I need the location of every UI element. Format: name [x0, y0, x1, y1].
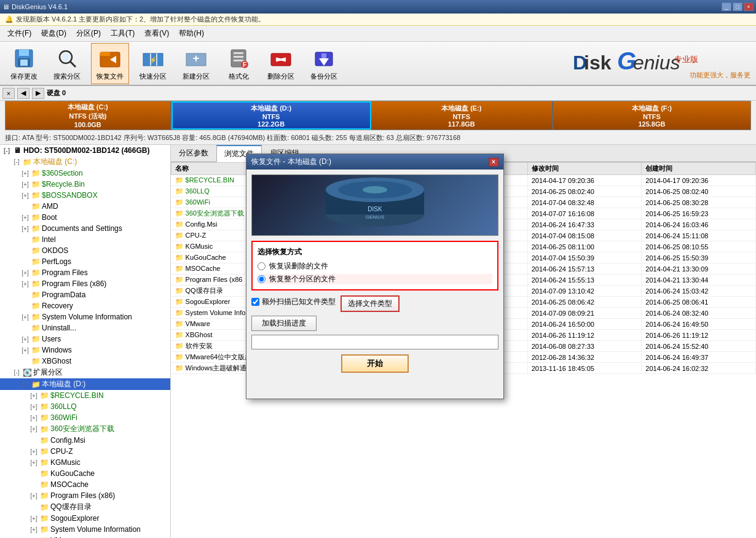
tree-sysvolinfo-label: System Volume Information	[42, 313, 132, 321]
path-input[interactable]	[251, 335, 498, 349]
file-modified-cell: 2014-07-04 08:15:08	[527, 230, 642, 241]
folder-kgmusic-icon: 📁	[39, 458, 49, 467]
tree-item-ext[interactable]: [-] 💽 扩展分区	[0, 367, 170, 378]
tree-item-sogou[interactable]: [+] 📁 SogouExplorer	[0, 513, 170, 524]
tree-item-qqcache[interactable]: 📁 QQ缓存目录	[0, 501, 170, 513]
recover-label: 恢复文件	[96, 72, 124, 81]
close-button[interactable]: ×	[744, 2, 754, 11]
tree-item-okdos[interactable]: 📁 OKDOS	[0, 245, 170, 256]
folder-intel-icon: 📁	[31, 235, 41, 244]
tree-item-msocache[interactable]: 📁 MSOCache	[0, 479, 170, 490]
tree-item-users[interactable]: [+] 📁 Users	[0, 333, 170, 345]
tab-partition-params[interactable]: 分区参数	[171, 145, 216, 162]
recovery-radio-group: 恢复误删除的文件 恢复整个分区的文件	[258, 261, 492, 284]
folder-sysvolinfo-d-icon: 📁	[39, 524, 49, 534]
menu-file[interactable]: 文件(F)	[2, 27, 36, 40]
tree-item-programfilesx86-d[interactable]: [+] 📁 Program Files (x86)	[0, 490, 170, 501]
option1-label: 恢复误删除的文件	[269, 261, 328, 271]
tree-item-360llq[interactable]: [+] 📁 360LLQ	[0, 401, 170, 412]
toolbar-new-partition[interactable]: + 新建分区	[177, 43, 215, 84]
partition-f[interactable]: 本地磁盘 (F:) NTFS 125.8GB	[553, 101, 750, 130]
folder-recycle-d-icon: 📁	[39, 391, 49, 400]
tree-item-programfilesx86[interactable]: [+] 📁 Program Files (x86)	[0, 278, 170, 289]
tree-item-360section[interactable]: [+] 📁 $360Section	[0, 168, 170, 179]
save-icon	[12, 46, 36, 71]
maximize-button[interactable]: □	[733, 2, 742, 11]
tree-item-windows[interactable]: [+] 📁 Windows	[0, 345, 170, 356]
menu-partition[interactable]: 分区(P)	[71, 27, 106, 40]
folder-programdata-icon: 📁	[31, 290, 41, 300]
file-modified-cell: 2014-06-24 15:55:13	[527, 275, 642, 286]
toolbar-save[interactable]: 保存更改	[5, 43, 43, 84]
close-nav-button[interactable]: ×	[2, 88, 15, 99]
option2-radio-item[interactable]: 恢复整个分区的文件	[258, 274, 492, 284]
disk-info-text: 接口: ATA 型号: ST500DM002-1BD142 序列号: W3T66…	[5, 134, 460, 141]
tree-item-docs[interactable]: [+] 📁 Documents and Settings	[0, 223, 170, 234]
file-created-cell: 2014-06-25 16:59:23	[642, 208, 756, 219]
tree-item-xbghost-c[interactable]: 📁 XBGhost	[0, 356, 170, 367]
svg-rect-3	[20, 60, 28, 66]
file-type-button[interactable]: 选择文件类型	[341, 295, 400, 312]
tree-item-cpuz[interactable]: [+] 📁 CPU-Z	[0, 446, 170, 457]
menu-disk[interactable]: 硬盘(D)	[36, 27, 71, 40]
tree-item-recycle-c[interactable]: [+] 📁 $Recycle.Bin	[0, 179, 170, 190]
folder-okdos-icon: 📁	[31, 246, 41, 255]
file-created-cell: 2014-06-26 11:19:12	[642, 330, 756, 341]
file-created-cell: 2014-04-17 09:20:36	[642, 175, 756, 186]
extra-scan-checkbox-row: 额外扫描已知文件类型	[251, 297, 336, 307]
extra-scan-checkbox[interactable]	[251, 298, 259, 306]
menu-help[interactable]: 帮助(H)	[174, 27, 209, 40]
tree-item-kugoucache[interactable]: 📁 KuGouCache	[0, 468, 170, 479]
tree-item-hdo[interactable]: [-] 🖥 HDO: ST500DM002-1BD142 (466GB)	[0, 145, 170, 156]
tree-item-configmsi[interactable]: 📁 Config.Msi	[0, 435, 170, 446]
toolbar-recover[interactable]: 恢复文件	[91, 43, 129, 84]
tree-item-uninstall[interactable]: 📁 Uninstall...	[0, 322, 170, 333]
folder-360section-icon: 📁	[31, 168, 41, 178]
menu-tools[interactable]: 工具(T)	[106, 27, 140, 40]
option1-radio[interactable]	[258, 262, 266, 270]
delete-partition-icon	[269, 46, 293, 71]
partition-e[interactable]: 本地磁盘 (E:) NTFS 117.8GB	[371, 101, 553, 130]
update-bar: 🔔 发现新版本 V4.6.2.1 主要更新内容如下：2、增加了针对整个磁盘的文件…	[0, 14, 756, 26]
minimize-button[interactable]: _	[722, 2, 731, 11]
tree-item-360browser[interactable]: [+] 📁 360安全浏览器下载	[0, 423, 170, 435]
menu-view[interactable]: 查看(V)	[140, 27, 174, 40]
tree-item-amd[interactable]: 📁 AMD	[0, 201, 170, 212]
tree-item-recovery[interactable]: 📁 Recovery	[0, 300, 170, 311]
tree-item-programdata[interactable]: 📁 ProgramData	[0, 289, 170, 300]
tree-item-programfiles[interactable]: [+] 📁 Program Files	[0, 267, 170, 278]
tree-item-c[interactable]: [-] 📁 本地磁盘 (C:)	[0, 156, 170, 168]
tree-item-vmware[interactable]: [+] 📁 VMware	[0, 535, 170, 538]
toolbar-backup[interactable]: 备份分区	[305, 43, 343, 84]
tree-item-intel[interactable]: 📁 Intel	[0, 234, 170, 245]
toolbar-delete[interactable]: 删除分区	[262, 43, 300, 84]
option2-radio[interactable]	[258, 275, 266, 283]
tree-item-d[interactable]: [-] 📁 本地磁盘 (D:)	[0, 378, 170, 390]
toolbar-search[interactable]: 搜索分区	[48, 43, 86, 84]
option1-radio-item[interactable]: 恢复误删除的文件	[258, 261, 492, 271]
load-scan-button[interactable]: 加载扫描进度	[251, 316, 317, 331]
tree-item-3bossandbox[interactable]: [+] 📁 $BOSSANDBOX	[0, 190, 170, 201]
toolbar-quick-partition[interactable]: ⚡ 快速分区	[134, 43, 172, 84]
modal-close-button[interactable]: ×	[489, 158, 498, 166]
tree-item-boot[interactable]: [+] 📁 Boot	[0, 212, 170, 223]
tree-item-sysvolinfo[interactable]: [+] 📁 System Volume Information	[0, 311, 170, 322]
folder-sogou-icon: 📁	[39, 513, 49, 523]
forward-button[interactable]: ▶	[32, 88, 44, 99]
tree-item-sysvolinfo-d[interactable]: [+] 📁 System Volume Information	[0, 524, 170, 535]
start-button[interactable]: 开始	[341, 354, 409, 373]
file-modified-cell: 2014-06-25 08:02:40	[527, 186, 642, 197]
tree-item-perflogs[interactable]: 📁 PerfLogs	[0, 256, 170, 267]
partition-d[interactable]: 本地磁盘 (D:) NTFS 122.2GB	[171, 101, 371, 130]
file-modified-cell: 2014-06-08 08:27:33	[527, 341, 642, 352]
tree-item-360wifi[interactable]: [+] 📁 360WiFi	[0, 412, 170, 423]
file-modified-cell: 2014-06-25 08:06:42	[527, 297, 642, 308]
back-button[interactable]: ◀	[17, 88, 30, 99]
folder-360wifi-icon: 📁	[39, 413, 49, 423]
tree-cpuz-label: CPU-Z	[50, 447, 73, 456]
tree-item-kgmusic[interactable]: [+] 📁 KGMusic	[0, 457, 170, 468]
toolbar-format[interactable]: F 格式化	[220, 43, 257, 84]
partition-c[interactable]: 本地磁盘 (C:) NTFS (活动) 100.0GB	[6, 101, 171, 130]
tree-item-recycle-d[interactable]: [+] 📁 $RECYCLE.BIN	[0, 390, 170, 401]
file-created-cell: 2014-04-21 13:30:44	[642, 275, 756, 286]
